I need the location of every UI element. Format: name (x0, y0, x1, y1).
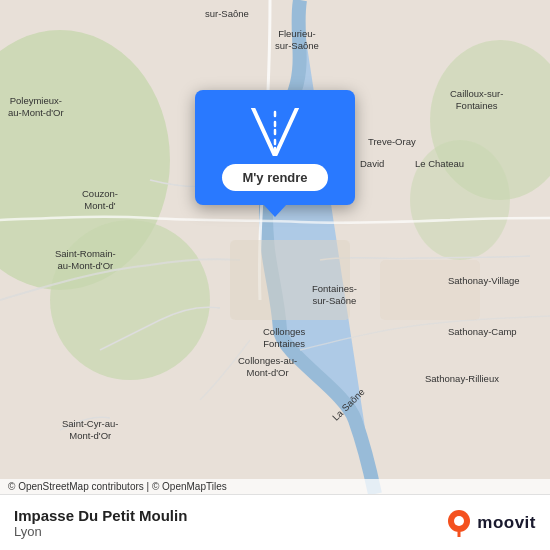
svg-point-4 (410, 140, 510, 260)
location-city: Lyon (14, 524, 187, 539)
svg-line-8 (275, 108, 297, 156)
bottom-bar: Impasse Du Petit Moulin Lyon moovit (0, 494, 550, 550)
app: Fleurieu-sur-Saône sur-Saône Poleymieux-… (0, 0, 550, 550)
road-icon (245, 108, 305, 156)
moovit-pin-icon (445, 509, 473, 537)
navigate-button[interactable]: M'y rendre (222, 164, 327, 191)
moovit-text: moovit (477, 513, 536, 533)
map-container[interactable]: Fleurieu-sur-Saône sur-Saône Poleymieux-… (0, 0, 550, 494)
map-copyright: © OpenStreetMap contributors | © OpenMap… (0, 479, 550, 494)
svg-point-2 (50, 220, 210, 380)
map-svg (0, 0, 550, 494)
svg-point-13 (454, 516, 464, 526)
svg-line-7 (253, 108, 275, 156)
moovit-logo: moovit (445, 509, 536, 537)
route-popup: M'y rendre (195, 90, 355, 205)
svg-rect-6 (380, 260, 480, 320)
location-info: Impasse Du Petit Moulin Lyon (14, 507, 187, 539)
svg-rect-5 (230, 240, 350, 320)
location-name: Impasse Du Petit Moulin (14, 507, 187, 524)
